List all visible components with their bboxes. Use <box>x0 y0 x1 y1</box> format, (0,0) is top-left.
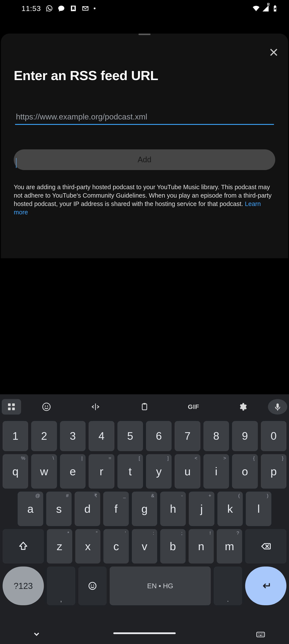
key-7[interactable]: 7 <box>175 421 200 451</box>
key-c[interactable]: 'c <box>103 529 129 564</box>
key-g[interactable]: &g <box>132 492 157 526</box>
key-label: y <box>156 465 162 478</box>
key-l[interactable]: )l <box>246 492 271 526</box>
hide-keyboard-icon[interactable] <box>32 630 41 638</box>
key-row-z: *z "x 'c :v ;b !n ?m <box>2 529 287 564</box>
more-notifications-dot <box>94 8 95 9</box>
key-label: x <box>85 540 91 553</box>
key-a[interactable]: @a <box>18 492 43 526</box>
key-j[interactable]: +j <box>189 492 214 526</box>
key-4[interactable]: 4 <box>89 421 114 451</box>
key-0[interactable]: 0 <box>261 421 287 451</box>
sheet-title: Enter an RSS feed URL <box>1 35 288 83</box>
voice-input-icon[interactable] <box>268 399 287 414</box>
key-hint: { <box>253 456 255 461</box>
key-3[interactable]: 3 <box>60 421 86 451</box>
key-period[interactable]: . <box>214 566 242 605</box>
key-6[interactable]: 6 <box>146 421 172 451</box>
key-label: a <box>27 502 33 515</box>
key-emoji[interactable] <box>78 566 107 605</box>
key-comma[interactable]: , <box>47 566 75 605</box>
key-label: d <box>84 502 90 515</box>
close-button[interactable] <box>268 47 279 58</box>
key-label: i <box>215 465 218 478</box>
sheet-drag-handle[interactable] <box>138 34 151 35</box>
key-o[interactable]: {o <box>232 454 258 488</box>
key-space[interactable]: EN • HG <box>110 566 211 605</box>
rss-url-input[interactable] <box>15 112 274 125</box>
key-9[interactable]: 9 <box>232 421 258 451</box>
keyboard-settings-icon[interactable] <box>218 399 267 414</box>
key-x[interactable]: "x <box>75 529 101 564</box>
key-enter[interactable] <box>245 566 287 605</box>
svg-point-13 <box>258 634 259 634</box>
key-label: c <box>113 540 119 553</box>
key-u[interactable]: <u <box>175 454 200 488</box>
key-n[interactable]: !n <box>189 529 214 564</box>
status-right: R <box>253 5 279 12</box>
key-label: z <box>57 540 62 553</box>
key-y[interactable]: ]y <box>146 454 172 488</box>
key-label: r <box>100 465 103 478</box>
key-q[interactable]: %q <box>2 454 28 488</box>
key-8[interactable]: 8 <box>203 421 229 451</box>
key-v[interactable]: :v <box>132 529 157 564</box>
key-d[interactable]: ₹d <box>75 492 100 526</box>
key-row-bottom: ?123 , EN • HG . <box>2 566 287 605</box>
whatsapp-icon <box>46 5 53 12</box>
svg-rect-8 <box>143 403 146 405</box>
key-hint: [ <box>139 456 140 461</box>
key-backspace[interactable] <box>245 529 287 564</box>
key-hint: \ <box>53 456 54 461</box>
key-m[interactable]: ?m <box>217 529 242 564</box>
key-f[interactable]: _f <box>103 492 129 526</box>
key-1[interactable]: 1 <box>2 421 28 451</box>
key-label: v <box>142 540 147 553</box>
gesture-pill[interactable] <box>113 632 176 634</box>
key-hint: @ <box>35 493 40 498</box>
gif-button[interactable]: GIF <box>169 399 218 414</box>
key-symbols[interactable]: ?123 <box>2 566 44 605</box>
key-t[interactable]: [t <box>117 454 143 488</box>
key-e[interactable]: |e <box>60 454 86 488</box>
key-r[interactable]: =r <box>89 454 114 488</box>
rss-sheet: Enter an RSS feed URL Add You are adding… <box>1 34 288 258</box>
svg-point-14 <box>260 634 261 634</box>
keyboard-apps-icon[interactable] <box>2 399 21 414</box>
key-i[interactable]: >i <box>203 454 229 488</box>
key-row-a: @a #s ₹d _f &g -h +j (k )l <box>2 492 287 526</box>
key-p[interactable]: }p <box>261 454 287 488</box>
clipboard-icon[interactable] <box>120 399 169 414</box>
switch-keyboard-icon[interactable] <box>256 630 265 639</box>
key-2[interactable]: 2 <box>31 421 57 451</box>
battery-charging-icon <box>271 5 279 12</box>
key-label: j <box>200 502 203 515</box>
key-w[interactable]: \w <box>31 454 57 488</box>
status-clock: 11:53 <box>21 4 41 13</box>
key-label: h <box>170 502 176 515</box>
emoji-picker-icon[interactable] <box>22 399 71 414</box>
key-hint: > <box>223 456 226 461</box>
key-hint: & <box>151 493 154 498</box>
key-label: b <box>170 540 176 553</box>
gmail-icon <box>82 5 89 12</box>
key-h[interactable]: -h <box>160 492 186 526</box>
key-hint: : <box>153 530 154 536</box>
key-s[interactable]: #s <box>46 492 72 526</box>
key-k[interactable]: (k <box>217 492 243 526</box>
key-shift[interactable] <box>2 529 44 564</box>
key-z[interactable]: *z <box>47 529 72 564</box>
key-b[interactable]: ;b <box>160 529 186 564</box>
key-label: e <box>70 465 76 478</box>
text-cursor-move-icon[interactable] <box>71 399 120 414</box>
system-nav-bar <box>0 622 289 644</box>
key-5[interactable]: 5 <box>117 421 143 451</box>
svg-point-9 <box>89 582 96 590</box>
key-row-q: %q \w |e =r [t ]y <u >i {o }p <box>2 454 287 488</box>
add-button[interactable]: Add <box>14 150 275 170</box>
key-hint: # <box>66 493 69 498</box>
key-label: m <box>225 540 234 553</box>
key-hint: ( <box>238 493 240 498</box>
key-hint: ; <box>181 530 182 536</box>
svg-point-5 <box>45 406 46 406</box>
